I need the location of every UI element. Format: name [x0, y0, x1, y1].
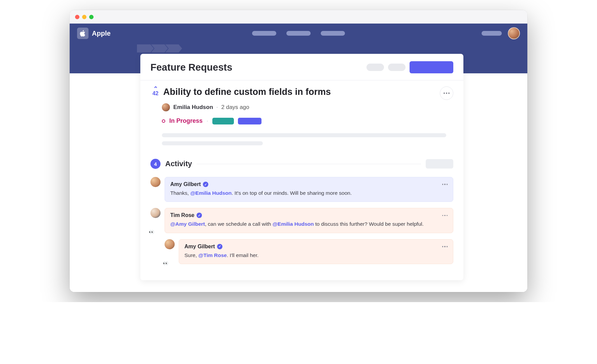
tag-chip[interactable]: [238, 118, 261, 124]
comment-item: 👀Tim Rose✓@Amy Gilbert, can we schedule …: [150, 208, 453, 233]
window-close-icon[interactable]: [75, 15, 79, 19]
comment-more-button[interactable]: [442, 215, 448, 216]
comment-author[interactable]: Amy Gilbert: [184, 244, 215, 250]
nav-link-placeholder[interactable]: [286, 31, 311, 36]
chevron-up-icon: ⌃: [153, 87, 158, 90]
top-navbar: Apple: [70, 24, 527, 43]
breadcrumb-step[interactable]: [137, 44, 154, 52]
author-name[interactable]: Emilia Hudson: [173, 104, 213, 111]
comment-avatar-wrap: 👀: [165, 239, 175, 264]
subheader-area: Feature Requests ⌃ 42 Ability to define …: [70, 43, 527, 73]
nav-link-placeholder[interactable]: [252, 31, 276, 36]
org-switcher[interactable]: Apple: [77, 28, 111, 39]
tag-chip[interactable]: [212, 118, 234, 124]
top-nav-links: [252, 31, 345, 36]
internal-visibility-icon: 👀: [163, 260, 169, 266]
feature-request-card: Feature Requests ⌃ 42 Ability to define …: [140, 54, 463, 280]
user-mention[interactable]: @Emilia Hudson: [273, 221, 314, 227]
user-mention[interactable]: @Emilia Hudson: [190, 190, 232, 196]
verified-badge-icon: ✓: [203, 182, 208, 187]
primary-action-button[interactable]: [410, 61, 453, 73]
user-avatar[interactable]: [508, 27, 520, 39]
meta-separator: ·: [207, 118, 208, 124]
post-timestamp: 2 days ago: [221, 104, 249, 111]
comment-avatar-wrap: 👀: [150, 208, 161, 233]
comment-bubble: Amy Gilbert✓Thanks, @Emilia Hudson. It's…: [165, 177, 453, 202]
comment-item: 👀Amy Gilbert✓Sure, @Tim Rose. I'll email…: [165, 239, 453, 264]
post-title: Ability to define custom fields in forms: [163, 86, 438, 98]
comment-bubble: Amy Gilbert✓Sure, @Tim Rose. I'll email …: [179, 239, 453, 264]
nav-link-placeholder[interactable]: [321, 31, 345, 36]
comments-list: Amy Gilbert✓Thanks, @Emilia Hudson. It's…: [140, 177, 463, 280]
comment-more-button[interactable]: [442, 184, 448, 185]
verified-badge-icon: ✓: [197, 213, 202, 218]
comment-more-button[interactable]: [442, 246, 448, 247]
comment-avatar[interactable]: [150, 208, 161, 218]
meta-separator: ·: [216, 104, 218, 110]
breadcrumb: [137, 44, 179, 52]
comment-author[interactable]: Tim Rose: [170, 212, 195, 218]
window-titlebar: [70, 10, 527, 24]
user-mention[interactable]: @Amy Gilbert: [170, 221, 205, 227]
header-action-placeholder[interactable]: [366, 64, 384, 71]
user-mention[interactable]: @Tim Rose: [198, 252, 227, 258]
status-indicator-icon: [162, 119, 165, 123]
post-body-placeholder: [162, 133, 453, 145]
header-action-placeholder[interactable]: [388, 64, 406, 71]
comment-avatar-wrap: [150, 177, 161, 202]
verified-badge-icon: ✓: [217, 244, 222, 249]
comment-avatar[interactable]: [165, 239, 175, 249]
comment-avatar[interactable]: [150, 177, 161, 187]
comment-bubble: Tim Rose✓@Amy Gilbert, can we schedule a…: [165, 208, 453, 233]
vote-button[interactable]: ⌃ 42: [150, 87, 161, 97]
comment-text: @Amy Gilbert, can we schedule a call wit…: [170, 220, 448, 228]
status-label[interactable]: In Progress: [169, 117, 203, 124]
divider: [197, 164, 421, 164]
apple-logo-icon: [77, 28, 89, 39]
nav-link-placeholder[interactable]: [482, 31, 502, 36]
org-name: Apple: [92, 30, 111, 37]
author-avatar[interactable]: [162, 103, 170, 111]
post-more-button[interactable]: [440, 86, 453, 100]
vote-count: 42: [152, 90, 159, 97]
comment-text: Thanks, @Emilia Hudson. It's on top of o…: [170, 189, 448, 197]
section-title: Feature Requests: [150, 62, 232, 73]
activity-count-badge: 4: [150, 159, 161, 169]
activity-heading: Activity: [165, 159, 192, 168]
app-window: Apple Feature Requests: [70, 10, 527, 292]
card-header: Feature Requests: [140, 54, 463, 80]
window-maximize-icon[interactable]: [89, 15, 94, 19]
ellipsis-icon: [444, 93, 450, 94]
comment-author[interactable]: Amy Gilbert: [170, 181, 201, 187]
comment-item: Amy Gilbert✓Thanks, @Emilia Hudson. It's…: [150, 177, 453, 202]
comment-text: Sure, @Tim Rose. I'll email her.: [184, 252, 448, 259]
activity-sort-placeholder[interactable]: [426, 159, 453, 169]
internal-visibility-icon: 👀: [148, 229, 154, 235]
window-minimize-icon[interactable]: [82, 15, 86, 19]
